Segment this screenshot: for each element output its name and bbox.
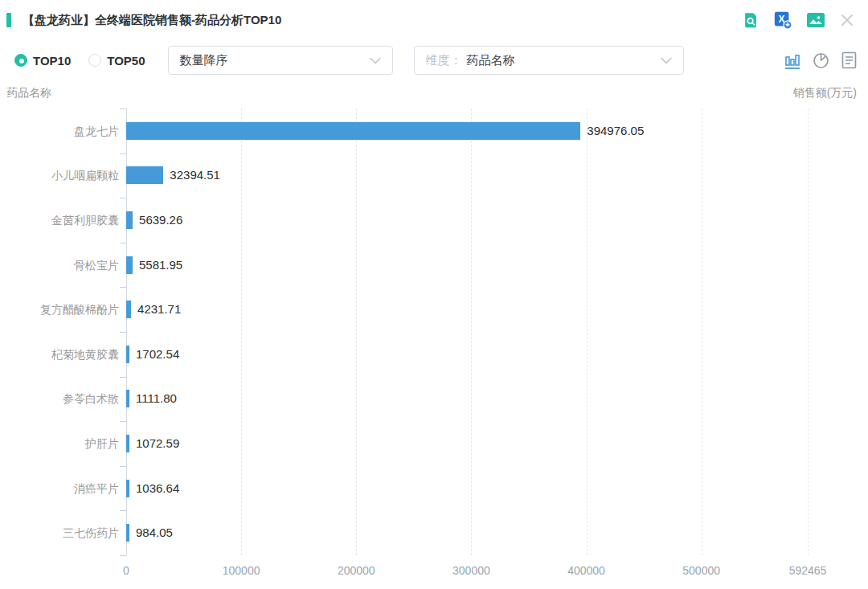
y-axis-tick — [120, 466, 126, 467]
export-excel-icon[interactable]: X — [773, 10, 792, 30]
bar[interactable] — [126, 211, 133, 229]
y-axis-tick — [120, 287, 126, 288]
gridline — [702, 108, 702, 555]
topn-radio-group: TOP10 TOP50 — [14, 54, 145, 67]
y-axis-tick — [120, 421, 126, 422]
bar[interactable] — [126, 301, 131, 318]
value-label: 1111.80 — [136, 391, 177, 407]
axis-header-row: 药品名称 销售额(万元) — [0, 86, 868, 100]
data-preview-icon[interactable] — [742, 11, 760, 29]
chevron-down-icon — [370, 57, 381, 64]
category-label: 三七伤药片 — [0, 525, 119, 541]
y-axis-tick — [120, 198, 126, 198]
value-label: 984.05 — [136, 525, 173, 541]
category-label: 小儿咽扁颗粒 — [0, 167, 119, 183]
value-label: 4231.71 — [137, 301, 181, 317]
bar-chart: 0100000200000300000400000500000592465盘龙七… — [0, 100, 868, 583]
widget-header: 【盘龙药业】全终端医院销售额-药品分析TOP10 X — [0, 10, 868, 31]
y-axis-tick — [120, 332, 126, 333]
x-axis-tick-label: 300000 — [452, 563, 490, 578]
dimension-select[interactable]: 维度： 药品名称 — [414, 46, 684, 75]
gridline — [471, 108, 472, 555]
x-axis-tick-label: 200000 — [338, 563, 375, 578]
sort-order-select[interactable]: 数量降序 — [168, 46, 393, 75]
radio-top50-dot[interactable] — [88, 54, 101, 67]
radio-top50-label: TOP50 — [107, 54, 145, 67]
gridline — [587, 108, 588, 555]
bar[interactable] — [126, 122, 580, 140]
category-label: 护肝片 — [0, 436, 119, 452]
radio-top50[interactable]: TOP50 — [88, 54, 145, 67]
y-axis-tick — [120, 153, 126, 154]
x-axis-title: 销售额(万元) — [793, 86, 857, 100]
y-axis-tick — [120, 555, 126, 556]
page-title: 【盘龙药业】全终端医院销售额-药品分析TOP10 — [23, 13, 742, 28]
x-axis-tick-label: 100000 — [223, 563, 260, 578]
y-axis-tick — [120, 108, 126, 109]
x-axis-tick-label: 592465 — [789, 563, 827, 578]
bar[interactable] — [126, 166, 163, 184]
chevron-down-icon — [661, 57, 672, 64]
export-image-icon[interactable] — [806, 12, 825, 28]
title-accent-bar — [6, 13, 11, 27]
bar[interactable] — [126, 256, 133, 274]
y-axis-tick — [120, 243, 126, 243]
value-label: 394976.05 — [587, 123, 644, 139]
category-label: 杞菊地黄胶囊 — [0, 346, 119, 362]
y-axis-tick — [120, 510, 126, 511]
value-label: 5639.26 — [139, 212, 182, 228]
gridline — [356, 108, 357, 555]
value-label: 1702.54 — [136, 346, 179, 362]
radio-top10-label: TOP10 — [33, 54, 71, 67]
pie-chart-icon[interactable] — [813, 52, 829, 69]
bar[interactable] — [126, 346, 129, 363]
category-label: 参苓白术散 — [0, 391, 119, 407]
toolbar: TOP10 TOP50 数量降序 维度： 药品名称 — [0, 46, 868, 75]
radio-top10-dot[interactable] — [14, 54, 27, 67]
table-view-icon[interactable] — [841, 51, 857, 69]
category-label: 消癌平片 — [0, 481, 119, 497]
chart-type-switcher — [784, 51, 857, 69]
gridline — [808, 108, 809, 555]
sort-order-value: 数量降序 — [180, 53, 370, 68]
value-label: 5581.95 — [139, 257, 182, 273]
value-label: 1072.59 — [136, 436, 179, 452]
bar[interactable] — [126, 480, 129, 497]
bar[interactable] — [126, 435, 129, 452]
value-label: 1036.64 — [136, 481, 179, 497]
x-axis-tick-label: 500000 — [682, 563, 720, 578]
category-label: 盘龙七片 — [0, 123, 119, 139]
gridline — [241, 108, 242, 555]
value-label: 32394.51 — [170, 167, 220, 183]
bar[interactable] — [126, 390, 129, 407]
dimension-select-value: 药品名称 — [467, 53, 661, 68]
radio-top10[interactable]: TOP10 — [14, 54, 71, 67]
category-label: 金茵利胆胶囊 — [0, 212, 119, 228]
y-axis-tick — [120, 377, 126, 378]
x-axis-tick-label: 0 — [123, 563, 129, 578]
bar[interactable] — [126, 524, 129, 542]
x-axis-tick-label: 400000 — [567, 563, 605, 578]
y-axis-title: 药品名称 — [6, 86, 51, 100]
category-label: 骨松宝片 — [0, 257, 119, 273]
header-actions: X — [742, 10, 855, 30]
close-icon[interactable] — [839, 12, 855, 28]
category-label: 复方醋酸棉酚片 — [0, 301, 119, 317]
dimension-select-label: 维度： — [426, 53, 462, 68]
bar-chart-icon[interactable] — [784, 51, 800, 69]
